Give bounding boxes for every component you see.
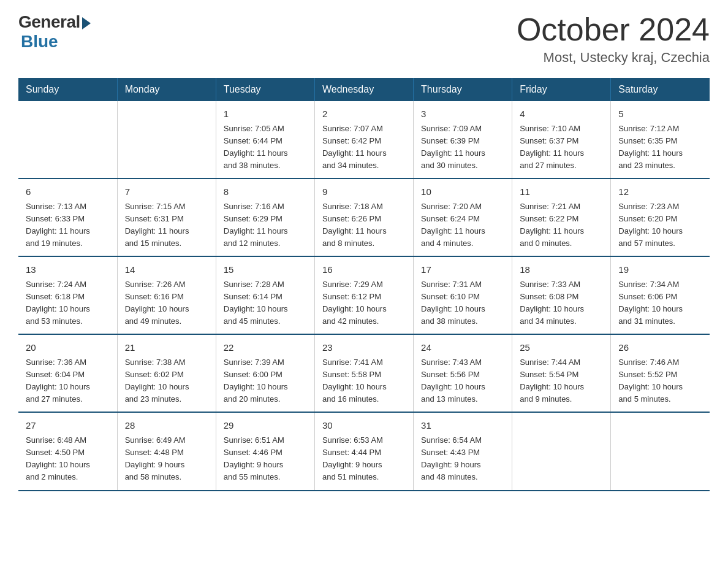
day-number: 10 bbox=[421, 185, 504, 199]
day-number: 8 bbox=[224, 185, 307, 199]
weekday-header-friday: Friday bbox=[512, 78, 611, 101]
day-info: Sunrise: 7:44 AMSunset: 5:54 PMDaylight:… bbox=[520, 356, 603, 406]
calendar-cell: 2Sunrise: 7:07 AMSunset: 6:42 PMDaylight… bbox=[314, 101, 413, 178]
calendar-cell: 26Sunrise: 7:46 AMSunset: 5:52 PMDayligh… bbox=[611, 334, 710, 412]
calendar-cell: 16Sunrise: 7:29 AMSunset: 6:12 PMDayligh… bbox=[314, 256, 413, 334]
title-block: October 2024 Most, Ustecky kraj, Czechia bbox=[517, 12, 710, 66]
day-info: Sunrise: 7:07 AMSunset: 6:42 PMDaylight:… bbox=[322, 123, 406, 172]
calendar-cell: 28Sunrise: 6:49 AMSunset: 4:48 PMDayligh… bbox=[117, 412, 216, 490]
calendar-cell: 24Sunrise: 7:43 AMSunset: 5:56 PMDayligh… bbox=[414, 334, 512, 412]
weekday-header-thursday: Thursday bbox=[414, 78, 512, 101]
day-info: Sunrise: 6:53 AMSunset: 4:44 PMDaylight:… bbox=[322, 434, 406, 484]
day-number: 7 bbox=[125, 185, 208, 199]
calendar-cell: 23Sunrise: 7:41 AMSunset: 5:58 PMDayligh… bbox=[314, 334, 413, 412]
logo-general-text: General bbox=[18, 12, 80, 32]
day-number: 28 bbox=[125, 419, 208, 433]
day-number: 25 bbox=[520, 341, 603, 355]
day-number: 19 bbox=[618, 263, 702, 277]
day-number: 5 bbox=[618, 107, 702, 121]
day-info: Sunrise: 6:48 AMSunset: 4:50 PMDaylight:… bbox=[26, 434, 110, 484]
day-info: Sunrise: 6:49 AMSunset: 4:48 PMDaylight:… bbox=[125, 434, 208, 484]
page-header: General Blue October 2024 Most, Ustecky … bbox=[18, 12, 710, 66]
calendar-cell: 14Sunrise: 7:26 AMSunset: 6:16 PMDayligh… bbox=[117, 256, 216, 334]
day-info: Sunrise: 7:15 AMSunset: 6:31 PMDaylight:… bbox=[125, 201, 208, 250]
day-info: Sunrise: 7:13 AMSunset: 6:33 PMDaylight:… bbox=[26, 201, 110, 250]
calendar-row-3: 13Sunrise: 7:24 AMSunset: 6:18 PMDayligh… bbox=[18, 256, 710, 334]
day-info: Sunrise: 7:20 AMSunset: 6:24 PMDaylight:… bbox=[421, 201, 504, 250]
calendar-cell: 9Sunrise: 7:18 AMSunset: 6:26 PMDaylight… bbox=[314, 178, 413, 256]
calendar-body: 1Sunrise: 7:05 AMSunset: 6:44 PMDaylight… bbox=[18, 101, 710, 490]
day-number: 4 bbox=[520, 107, 603, 121]
day-info: Sunrise: 7:09 AMSunset: 6:39 PMDaylight:… bbox=[421, 123, 504, 172]
calendar-cell: 25Sunrise: 7:44 AMSunset: 5:54 PMDayligh… bbox=[512, 334, 611, 412]
calendar-cell: 27Sunrise: 6:48 AMSunset: 4:50 PMDayligh… bbox=[18, 412, 117, 490]
logo-blue-text: Blue bbox=[21, 32, 58, 52]
day-info: Sunrise: 7:43 AMSunset: 5:56 PMDaylight:… bbox=[421, 356, 504, 406]
day-number: 17 bbox=[421, 263, 504, 277]
calendar-cell: 3Sunrise: 7:09 AMSunset: 6:39 PMDaylight… bbox=[414, 101, 512, 178]
calendar-cell: 11Sunrise: 7:21 AMSunset: 6:22 PMDayligh… bbox=[512, 178, 611, 256]
day-info: Sunrise: 7:26 AMSunset: 6:16 PMDaylight:… bbox=[125, 278, 208, 328]
calendar-row-5: 27Sunrise: 6:48 AMSunset: 4:50 PMDayligh… bbox=[18, 412, 710, 490]
day-number: 24 bbox=[421, 341, 504, 355]
calendar-cell: 18Sunrise: 7:33 AMSunset: 6:08 PMDayligh… bbox=[512, 256, 611, 334]
calendar-row-2: 6Sunrise: 7:13 AMSunset: 6:33 PMDaylight… bbox=[18, 178, 710, 256]
calendar-cell bbox=[18, 101, 117, 178]
calendar-cell: 22Sunrise: 7:39 AMSunset: 6:00 PMDayligh… bbox=[216, 334, 314, 412]
calendar-cell bbox=[512, 412, 611, 490]
day-info: Sunrise: 7:23 AMSunset: 6:20 PMDaylight:… bbox=[618, 201, 702, 250]
day-info: Sunrise: 7:38 AMSunset: 6:02 PMDaylight:… bbox=[125, 356, 208, 406]
day-info: Sunrise: 7:41 AMSunset: 5:58 PMDaylight:… bbox=[322, 356, 406, 406]
day-info: Sunrise: 7:12 AMSunset: 6:35 PMDaylight:… bbox=[618, 123, 702, 172]
day-info: Sunrise: 7:05 AMSunset: 6:44 PMDaylight:… bbox=[224, 123, 307, 172]
day-info: Sunrise: 7:31 AMSunset: 6:10 PMDaylight:… bbox=[421, 278, 504, 328]
calendar-cell: 13Sunrise: 7:24 AMSunset: 6:18 PMDayligh… bbox=[18, 256, 117, 334]
day-info: Sunrise: 7:39 AMSunset: 6:00 PMDaylight:… bbox=[224, 356, 307, 406]
day-number: 29 bbox=[224, 419, 307, 433]
calendar-cell: 29Sunrise: 6:51 AMSunset: 4:46 PMDayligh… bbox=[216, 412, 314, 490]
day-number: 21 bbox=[125, 341, 208, 355]
day-info: Sunrise: 7:18 AMSunset: 6:26 PMDaylight:… bbox=[322, 201, 406, 250]
calendar-cell: 21Sunrise: 7:38 AMSunset: 6:02 PMDayligh… bbox=[117, 334, 216, 412]
day-info: Sunrise: 7:34 AMSunset: 6:06 PMDaylight:… bbox=[618, 278, 702, 328]
day-number: 18 bbox=[520, 263, 603, 277]
day-info: Sunrise: 7:10 AMSunset: 6:37 PMDaylight:… bbox=[520, 123, 603, 172]
calendar-cell: 5Sunrise: 7:12 AMSunset: 6:35 PMDaylight… bbox=[611, 101, 710, 178]
day-number: 31 bbox=[421, 419, 504, 433]
calendar-header: SundayMondayTuesdayWednesdayThursdayFrid… bbox=[18, 78, 710, 101]
calendar-row-1: 1Sunrise: 7:05 AMSunset: 6:44 PMDaylight… bbox=[18, 101, 710, 178]
calendar-cell: 4Sunrise: 7:10 AMSunset: 6:37 PMDaylight… bbox=[512, 101, 611, 178]
day-number: 20 bbox=[26, 341, 110, 355]
calendar-cell: 19Sunrise: 7:34 AMSunset: 6:06 PMDayligh… bbox=[611, 256, 710, 334]
weekday-header-row: SundayMondayTuesdayWednesdayThursdayFrid… bbox=[18, 78, 710, 101]
day-number: 13 bbox=[26, 263, 110, 277]
day-info: Sunrise: 7:24 AMSunset: 6:18 PMDaylight:… bbox=[26, 278, 110, 328]
logo: General Blue bbox=[18, 12, 91, 52]
day-number: 22 bbox=[224, 341, 307, 355]
calendar-cell bbox=[611, 412, 710, 490]
calendar-cell: 10Sunrise: 7:20 AMSunset: 6:24 PMDayligh… bbox=[414, 178, 512, 256]
calendar-cell: 6Sunrise: 7:13 AMSunset: 6:33 PMDaylight… bbox=[18, 178, 117, 256]
day-number: 12 bbox=[618, 185, 702, 199]
calendar-cell: 1Sunrise: 7:05 AMSunset: 6:44 PMDaylight… bbox=[216, 101, 314, 178]
day-info: Sunrise: 7:28 AMSunset: 6:14 PMDaylight:… bbox=[224, 278, 307, 328]
day-info: Sunrise: 6:54 AMSunset: 4:43 PMDaylight:… bbox=[421, 434, 504, 484]
day-number: 23 bbox=[322, 341, 406, 355]
day-number: 2 bbox=[322, 107, 406, 121]
day-number: 15 bbox=[224, 263, 307, 277]
day-number: 6 bbox=[26, 185, 110, 199]
weekday-header-saturday: Saturday bbox=[611, 78, 710, 101]
calendar-table: SundayMondayTuesdayWednesdayThursdayFrid… bbox=[18, 78, 710, 491]
day-number: 9 bbox=[322, 185, 406, 199]
day-number: 3 bbox=[421, 107, 504, 121]
day-info: Sunrise: 7:21 AMSunset: 6:22 PMDaylight:… bbox=[520, 201, 603, 250]
calendar-cell: 20Sunrise: 7:36 AMSunset: 6:04 PMDayligh… bbox=[18, 334, 117, 412]
day-info: Sunrise: 7:46 AMSunset: 5:52 PMDaylight:… bbox=[618, 356, 702, 406]
weekday-header-monday: Monday bbox=[117, 78, 216, 101]
weekday-header-wednesday: Wednesday bbox=[314, 78, 413, 101]
calendar-cell bbox=[117, 101, 216, 178]
day-info: Sunrise: 6:51 AMSunset: 4:46 PMDaylight:… bbox=[224, 434, 307, 484]
day-number: 14 bbox=[125, 263, 208, 277]
day-number: 11 bbox=[520, 185, 603, 199]
day-info: Sunrise: 7:33 AMSunset: 6:08 PMDaylight:… bbox=[520, 278, 603, 328]
